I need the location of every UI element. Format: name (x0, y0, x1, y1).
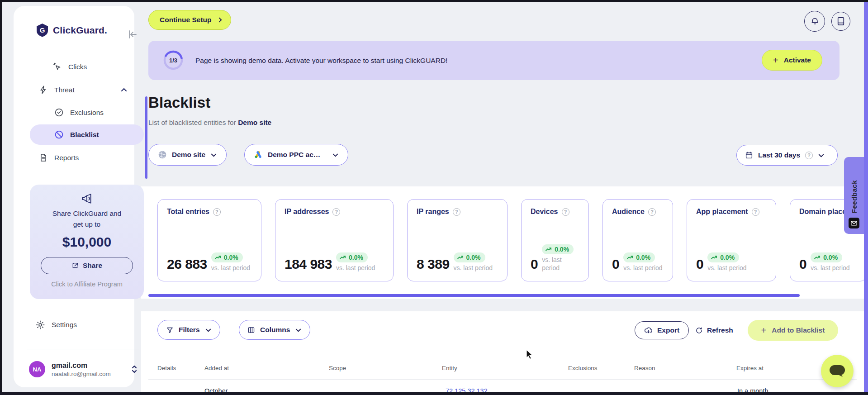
stat-delta: 0.0% (349, 254, 363, 261)
stat-value: 184 983 (285, 257, 332, 272)
column-header-added-at[interactable]: Added at (204, 365, 229, 371)
page-scrollbar[interactable] (864, 0, 868, 395)
sidebar-item-settings[interactable]: Settings (35, 320, 77, 330)
column-header-exclusions[interactable]: Exclusions (568, 365, 598, 371)
stat-delta: 0.0% (823, 254, 838, 261)
export-label: Export (657, 326, 679, 334)
stat-value: 26 883 (167, 257, 207, 272)
stat-vs-label: vs. last period (623, 264, 662, 272)
help-icon: ? (805, 152, 813, 159)
help-icon[interactable]: ? (562, 208, 569, 216)
column-header-scope[interactable]: Scope (329, 365, 346, 371)
stat-label: Devices (531, 208, 558, 216)
chat-bubble-icon (829, 364, 845, 378)
column-header-details[interactable]: Details (157, 365, 176, 371)
stat-value: 0 (531, 257, 538, 272)
column-header-reason[interactable]: Reason (634, 365, 655, 371)
stat-vs-label: vs. last period (211, 264, 250, 272)
cell-added-at: October (204, 387, 228, 392)
badge-check-icon (54, 108, 64, 117)
chat-launcher-button[interactable] (821, 355, 854, 387)
affiliate-promo-card[interactable]: Share ClickGuard and get up to $10,000 S… (30, 185, 144, 299)
chevron-right-icon (217, 17, 223, 23)
workspace-switcher[interactable]: NA gmail.com naatali.ro@gmail.com (29, 361, 138, 377)
promo-amount: $10,000 (30, 234, 144, 250)
add-to-blacklist-button[interactable]: + Add to Blacklist (748, 320, 838, 341)
continue-setup-label: Continue Setup (160, 16, 212, 24)
share-button[interactable]: Share (41, 257, 133, 274)
continue-setup-button[interactable]: Continue Setup (148, 10, 231, 30)
stat-label: IP ranges (417, 208, 449, 216)
trending-up-icon (545, 247, 552, 252)
blacklist-table-panel: Filters Columns Export Refresh + Add to … (141, 311, 864, 392)
stat-delta: 0.0% (720, 254, 735, 261)
collapse-sidebar-icon[interactable] (127, 29, 138, 40)
sidebar-item-exclusions[interactable]: Exclusions (54, 108, 104, 117)
sidebar-item-threat[interactable]: Threat (39, 85, 128, 95)
columns-label: Columns (260, 326, 290, 334)
book-icon (837, 17, 845, 26)
window-edge-bottom (0, 392, 868, 395)
ppc-account-selector[interactable]: Demo PPC ac… (244, 144, 348, 166)
activate-button[interactable]: + Activate (762, 50, 822, 71)
stat-card-ip-addresses: IP addresses? 184 983 0.0%vs. last perio… (275, 199, 394, 281)
megaphone-icon (81, 193, 93, 205)
export-button[interactable]: Export (635, 321, 689, 339)
shield-logo-icon: G (36, 23, 48, 37)
refresh-icon (695, 327, 703, 334)
trending-up-icon (215, 255, 222, 260)
feedback-label: Feedback (850, 180, 858, 213)
chevron-down-icon (205, 327, 212, 333)
docs-button[interactable] (831, 12, 850, 31)
ppc-selector-label: Demo PPC ac… (268, 151, 320, 159)
promo-text-line1: Share ClickGuard and (30, 208, 144, 219)
column-header-expires-at[interactable]: Expires at (736, 365, 764, 371)
help-icon[interactable]: ? (648, 208, 656, 216)
page-subtitle: List of blacklisted entities for Demo si… (148, 119, 271, 127)
help-icon[interactable]: ? (332, 208, 340, 216)
stats-horizontal-scrollbar[interactable] (148, 294, 800, 297)
stat-vs-label: vs. last period (707, 264, 746, 272)
sidebar-item-blacklist[interactable]: Blacklist (30, 124, 144, 145)
notifications-button[interactable] (804, 11, 825, 32)
subtitle-text: List of blacklisted entities for (148, 119, 236, 126)
stat-vs-label: vs. last period (336, 264, 375, 272)
help-icon[interactable]: ? (453, 208, 460, 216)
stat-value: 0 (612, 257, 619, 272)
chevron-up-icon (120, 86, 128, 94)
stats-row: Total entries? 26 883 0.0%vs. last perio… (157, 199, 864, 281)
help-icon[interactable]: ? (213, 208, 221, 216)
filters-dropdown[interactable]: Filters (157, 320, 220, 340)
banner-message: Page is showing demo data. Activate your… (195, 41, 447, 80)
date-range-selector[interactable]: Last 30 days ? (736, 145, 838, 166)
sidebar-item-clicks[interactable]: Clicks (52, 62, 87, 71)
stat-value: 0 (696, 257, 703, 272)
site-selector[interactable]: Demo site (148, 144, 227, 166)
refresh-button[interactable]: Refresh (695, 321, 733, 339)
chevron-updown-icon (131, 365, 138, 374)
chevron-down-icon (818, 152, 825, 159)
sidebar-item-reports[interactable]: Reports (39, 153, 79, 162)
chevron-down-icon (332, 152, 339, 158)
feedback-tab[interactable]: Feedback (844, 157, 864, 234)
document-icon (39, 153, 48, 162)
trending-up-icon (627, 255, 634, 260)
refresh-label: Refresh (707, 326, 733, 334)
help-icon[interactable]: ? (752, 208, 759, 216)
cursor-click-icon (52, 62, 62, 71)
user-email: naatali.ro@gmail.com (52, 371, 111, 377)
setup-progress-step: 1/3 (163, 50, 184, 71)
columns-icon (247, 326, 255, 334)
bell-icon (810, 17, 820, 26)
google-ads-icon (254, 150, 263, 159)
sidebar-scrollbar[interactable] (145, 96, 147, 179)
cloud-download-icon (644, 327, 653, 334)
cell-entity-link[interactable]: 72.125.32.132 (446, 387, 488, 392)
calendar-icon (745, 151, 753, 159)
stat-card-ip-ranges: IP ranges? 8 389 0.0%vs. last period (407, 199, 508, 281)
column-header-entity[interactable]: Entity (442, 365, 457, 371)
stat-vs-label: vs. last period (542, 256, 579, 272)
sidebar-item-label: Threat (54, 86, 75, 94)
demo-data-banner: 1/3 Page is showing demo data. Activate … (148, 41, 840, 80)
columns-dropdown[interactable]: Columns (239, 320, 310, 340)
